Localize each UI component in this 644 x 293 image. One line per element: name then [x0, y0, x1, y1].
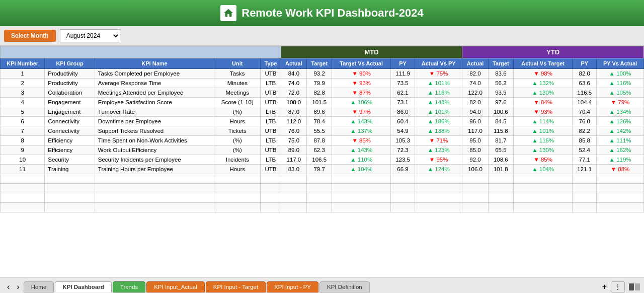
mtd-py: 54.9 — [391, 126, 415, 136]
up-arrow-icon: ▲ — [350, 99, 356, 105]
tab-prev-button[interactable]: ‹ — [4, 281, 13, 292]
up-arrow-icon: ▲ — [532, 80, 537, 86]
mtd-tva: ▲ 110% — [332, 155, 391, 165]
empty-row — [1, 193, 644, 203]
kpi-group: Engagement — [45, 107, 95, 117]
mtd-tva: ▼ 93% — [332, 79, 391, 88]
ytd-tva: ▲ 104% — [513, 165, 572, 174]
kpi-group: Training — [45, 165, 95, 174]
kpi-name: Support Tickets Resolved — [95, 126, 214, 136]
tab-trends[interactable]: Trends — [113, 281, 145, 292]
kpi-number: 5 — [1, 107, 45, 117]
col-ytd-py: PY — [573, 58, 597, 69]
mtd-tva: ▲ 106% — [332, 98, 391, 107]
kpi-type: LTB — [261, 136, 281, 145]
ytd-target: 97.6 — [488, 98, 513, 107]
ytd-tva: ▲ 130% — [513, 145, 572, 155]
up-arrow-icon: ▲ — [609, 90, 615, 96]
mtd-actual: 108.0 — [281, 98, 306, 107]
kpi-number: 9 — [1, 145, 45, 155]
mtd-apy: ▲ 123% — [415, 145, 462, 155]
kpi-name: Time Spent on Non-Work Activities — [95, 136, 214, 145]
tab-kpi-input---py[interactable]: KPI Input - PY — [267, 281, 318, 292]
home-icon[interactable] — [220, 5, 236, 21]
tab-add-button[interactable]: + — [599, 281, 610, 292]
up-arrow-icon: ▲ — [350, 157, 356, 163]
ytd-pva: ▲ 134% — [597, 107, 644, 117]
tab-next-button[interactable]: › — [14, 281, 22, 292]
ytd-pva: ▲ 142% — [597, 126, 644, 136]
kpi-name: Downtime per Employee — [95, 117, 214, 126]
ytd-py: 52.4 — [573, 145, 597, 155]
down-arrow-icon: ▼ — [429, 70, 435, 77]
ytd-actual: 106.0 — [462, 165, 488, 174]
table-row: 6 Connectivity Downtime per Employee Hou… — [1, 117, 644, 126]
ytd-target: 84.5 — [488, 117, 513, 126]
col-header-row: KPI Number KPI Group KPI Name Unit Type … — [1, 58, 644, 69]
ytd-pva: ▼ 79% — [597, 98, 644, 107]
kpi-number: 2 — [1, 79, 45, 88]
kpi-group: Security — [45, 155, 95, 165]
mtd-apy: ▲ 116% — [415, 88, 462, 98]
up-arrow-icon: ▲ — [609, 128, 615, 134]
up-arrow-icon: ▲ — [532, 90, 537, 96]
kpi-group: Connectivity — [45, 126, 95, 136]
down-arrow-icon: ▼ — [533, 109, 539, 115]
ytd-actual: 96.0 — [462, 117, 488, 126]
up-arrow-icon: ▲ — [428, 147, 433, 153]
down-arrow-icon: ▼ — [429, 137, 435, 143]
ytd-pva: ▲ 116% — [597, 79, 644, 88]
down-arrow-icon: ▼ — [352, 70, 357, 77]
up-arrow-icon: ▲ — [609, 70, 615, 77]
ytd-tva: ▲ 130% — [513, 88, 572, 98]
mtd-target: 89.6 — [307, 107, 332, 117]
ytd-tva: ▲ 101% — [513, 126, 572, 136]
kpi-group: Efficiency — [45, 145, 95, 155]
page-header: Remote Work KPI Dashboard-2024 — [0, 0, 644, 26]
mtd-apy: ▲ 101% — [415, 79, 462, 88]
mtd-actual: 84.0 — [281, 69, 306, 79]
kpi-table: MTD YTD KPI Number KPI Group KPI Name Un… — [0, 46, 644, 212]
kpi-number: 7 — [1, 126, 45, 136]
up-arrow-icon: ▲ — [428, 80, 433, 86]
section-header-row: MTD YTD — [1, 46, 644, 58]
col-ytd-pva: PY Vs Actual — [597, 58, 644, 69]
ytd-tva: ▼ 85% — [513, 155, 572, 165]
kpi-group: Productivity — [45, 79, 95, 88]
ytd-tva: ▲ 114% — [513, 117, 572, 126]
kpi-number: 3 — [1, 88, 45, 98]
kpi-group: Productivity — [45, 69, 95, 79]
kpi-unit: Incidents — [214, 155, 261, 165]
mtd-target: 93.2 — [307, 69, 332, 79]
down-arrow-icon: ▼ — [352, 109, 357, 115]
ytd-target: 81.7 — [488, 136, 513, 145]
select-month-button[interactable]: Select Month — [4, 30, 56, 42]
tab-kpi-dashboard[interactable]: KPI Dashboard — [55, 281, 111, 292]
kpi-number: 4 — [1, 98, 45, 107]
kpi-type: UTB — [261, 98, 281, 107]
down-arrow-icon: ▼ — [533, 99, 539, 105]
tab-kpi-input-actual[interactable]: KPI Input_Actual — [146, 281, 205, 292]
kpi-type: UTB — [261, 88, 281, 98]
kpi-type: LTB — [261, 107, 281, 117]
mtd-py: 123.5 — [391, 155, 415, 165]
down-arrow-icon: ▼ — [533, 157, 539, 163]
up-arrow-icon: ▲ — [532, 166, 537, 172]
ytd-actual: 74.0 — [462, 79, 488, 88]
up-arrow-icon: ▲ — [428, 128, 433, 134]
ytd-actual: 92.0 — [462, 155, 488, 165]
month-select[interactable]: August 2024 — [60, 29, 120, 42]
tab-kpi-input---target[interactable]: KPI Input - Target — [206, 281, 266, 292]
mtd-actual: 83.0 — [281, 165, 306, 174]
tab-kpi-definition[interactable]: KPI Definition — [319, 281, 370, 292]
up-arrow-icon: ▲ — [350, 128, 356, 134]
mtd-actual: 74.0 — [281, 79, 306, 88]
tab-more-button[interactable]: ⋮ — [611, 281, 625, 292]
tab-home[interactable]: Home — [24, 281, 54, 292]
mtd-target: 79.9 — [307, 79, 332, 88]
table-row: 7 Connectivity Support Tickets Resolved … — [1, 126, 644, 136]
empty-row — [1, 203, 644, 212]
col-type: Type — [261, 58, 281, 69]
mtd-target: 79.7 — [307, 165, 332, 174]
ytd-py: 121.1 — [573, 165, 597, 174]
